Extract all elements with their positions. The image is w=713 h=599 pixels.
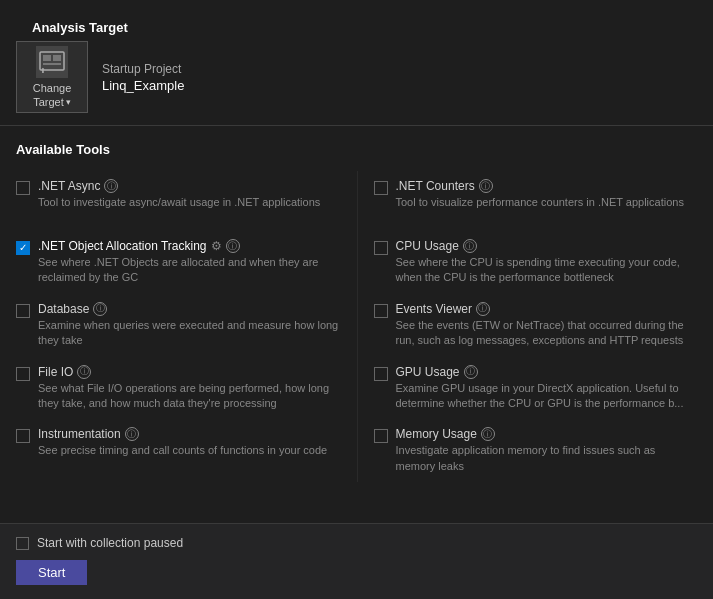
tool-database-name-row: Database ⓘ [38, 302, 345, 316]
tool-instrumentation: Instrumentation ⓘ See precise timing and… [16, 419, 357, 482]
tool-net-object-allocation-name-row: .NET Object Allocation Tracking ⚙ ⓘ [38, 239, 345, 253]
tool-net-object-allocation-gear-icon[interactable]: ⚙ [211, 239, 222, 253]
tool-cpu-usage-checkbox[interactable] [374, 241, 388, 255]
tool-net-async-desc: Tool to investigate async/await usage in… [38, 195, 345, 210]
tool-file-io-label: File IO [38, 365, 73, 379]
tool-instrumentation-desc: See precise timing and call counts of fu… [38, 443, 345, 458]
tool-memory-usage-desc: Investigate application memory to find i… [396, 443, 686, 474]
collection-paused-checkbox[interactable] [16, 537, 29, 550]
start-button[interactable]: Start [16, 560, 87, 585]
tool-gpu-usage: GPU Usage ⓘ Examine GPU usage in your Di… [357, 357, 698, 420]
tool-database-content: Database ⓘ Examine when queries were exe… [38, 302, 345, 349]
tool-net-counters-checkbox[interactable] [374, 181, 388, 195]
tool-cpu-usage-content: CPU Usage ⓘ See where the CPU is spendin… [396, 239, 686, 286]
change-target-label: Change [33, 82, 72, 94]
tool-net-counters-label: .NET Counters [396, 179, 475, 193]
tool-database-desc: Examine when queries were executed and m… [38, 318, 345, 349]
tool-memory-usage-checkbox[interactable] [374, 429, 388, 443]
available-tools-title: Available Tools [16, 134, 697, 163]
tool-net-counters-desc: Tool to visualize performance counters i… [396, 195, 686, 210]
tool-net-object-allocation-content: .NET Object Allocation Tracking ⚙ ⓘ See … [38, 239, 345, 286]
tool-events-viewer: Events Viewer ⓘ See the events (ETW or N… [357, 294, 698, 357]
tool-net-counters-name-row: .NET Counters ⓘ [396, 179, 686, 193]
tool-file-io: File IO ⓘ See what File I/O operations a… [16, 357, 357, 420]
tool-memory-usage-info-icon[interactable]: ⓘ [481, 427, 495, 441]
svg-text:⬆: ⬆ [40, 67, 46, 74]
available-tools-section: Available Tools .NET Async ⓘ Tool to inv… [0, 126, 713, 482]
tool-events-viewer-label: Events Viewer [396, 302, 472, 316]
tool-events-viewer-name-row: Events Viewer ⓘ [396, 302, 686, 316]
tool-database: Database ⓘ Examine when queries were exe… [16, 294, 357, 357]
tool-instrumentation-info-icon[interactable]: ⓘ [125, 427, 139, 441]
tool-database-checkbox[interactable] [16, 304, 30, 318]
tool-cpu-usage-label: CPU Usage [396, 239, 459, 253]
tool-instrumentation-name-row: Instrumentation ⓘ [38, 427, 345, 441]
tool-net-counters: .NET Counters ⓘ Tool to visualize perfor… [357, 171, 698, 231]
tool-events-viewer-info-icon[interactable]: ⓘ [476, 302, 490, 316]
page-container: Analysis Target ⬆ Change Target ▾ Startu… [0, 0, 713, 599]
tool-gpu-usage-name-row: GPU Usage ⓘ [396, 365, 686, 379]
tool-database-label: Database [38, 302, 89, 316]
change-target-button[interactable]: ⬆ Change Target ▾ [16, 41, 88, 113]
change-target-label2: Target ▾ [33, 96, 71, 108]
svg-rect-2 [53, 55, 61, 61]
collection-paused-label: Start with collection paused [37, 536, 183, 550]
tool-database-info-icon[interactable]: ⓘ [93, 302, 107, 316]
tool-gpu-usage-desc: Examine GPU usage in your DirectX applic… [396, 381, 686, 412]
tool-net-object-allocation-desc: See where .NET Objects are allocated and… [38, 255, 345, 286]
tool-net-async: .NET Async ⓘ Tool to investigate async/a… [16, 171, 357, 231]
tools-grid: .NET Async ⓘ Tool to investigate async/a… [16, 171, 697, 482]
target-type: Startup Project [102, 62, 184, 76]
tool-events-viewer-checkbox[interactable] [374, 304, 388, 318]
tool-memory-usage-content: Memory Usage ⓘ Investigate application m… [396, 427, 686, 474]
tool-net-object-allocation-checkbox[interactable] [16, 241, 30, 255]
svg-rect-1 [43, 55, 51, 61]
tool-net-counters-info-icon[interactable]: ⓘ [479, 179, 493, 193]
tool-cpu-usage-desc: See where the CPU is spending time execu… [396, 255, 686, 286]
tool-cpu-usage-info-icon[interactable]: ⓘ [463, 239, 477, 253]
bottom-section: Start with collection paused Start [0, 523, 713, 599]
tool-net-counters-content: .NET Counters ⓘ Tool to visualize perfor… [396, 179, 686, 210]
tool-events-viewer-content: Events Viewer ⓘ See the events (ETW or N… [396, 302, 686, 349]
tool-net-async-name-row: .NET Async ⓘ [38, 179, 345, 193]
tool-cpu-usage-name-row: CPU Usage ⓘ [396, 239, 686, 253]
target-info: Startup Project Linq_Example [102, 62, 184, 93]
tool-instrumentation-label: Instrumentation [38, 427, 121, 441]
tool-net-async-content: .NET Async ⓘ Tool to investigate async/a… [38, 179, 345, 210]
tool-memory-usage: Memory Usage ⓘ Investigate application m… [357, 419, 698, 482]
tool-gpu-usage-info-icon[interactable]: ⓘ [464, 365, 478, 379]
tool-file-io-info-icon[interactable]: ⓘ [77, 365, 91, 379]
analysis-target-section: Analysis Target ⬆ Change Target ▾ Startu… [0, 0, 713, 125]
tool-net-object-allocation-info-icon[interactable]: ⓘ [226, 239, 240, 253]
tool-net-object-allocation-label: .NET Object Allocation Tracking [38, 239, 207, 253]
collection-paused-row: Start with collection paused [16, 536, 697, 550]
tool-net-async-checkbox[interactable] [16, 181, 30, 195]
target-box: ⬆ Change Target ▾ Startup Project Linq_E… [16, 41, 697, 113]
tool-gpu-usage-content: GPU Usage ⓘ Examine GPU usage in your Di… [396, 365, 686, 412]
tool-net-object-allocation: .NET Object Allocation Tracking ⚙ ⓘ See … [16, 231, 357, 294]
tool-net-async-label: .NET Async [38, 179, 100, 193]
tool-file-io-content: File IO ⓘ See what File I/O operations a… [38, 365, 345, 412]
target-project-name: Linq_Example [102, 78, 184, 93]
tool-memory-usage-label: Memory Usage [396, 427, 477, 441]
tool-events-viewer-desc: See the events (ETW or NetTrace) that oc… [396, 318, 686, 349]
tool-file-io-checkbox[interactable] [16, 367, 30, 381]
tool-gpu-usage-checkbox[interactable] [374, 367, 388, 381]
tool-gpu-usage-label: GPU Usage [396, 365, 460, 379]
analysis-target-title: Analysis Target [16, 10, 697, 41]
tool-cpu-usage: CPU Usage ⓘ See where the CPU is spendin… [357, 231, 698, 294]
change-target-icon: ⬆ [36, 46, 68, 78]
svg-rect-3 [43, 63, 61, 65]
tool-memory-usage-name-row: Memory Usage ⓘ [396, 427, 686, 441]
tool-net-async-info-icon[interactable]: ⓘ [104, 179, 118, 193]
tool-instrumentation-content: Instrumentation ⓘ See precise timing and… [38, 427, 345, 458]
tool-instrumentation-checkbox[interactable] [16, 429, 30, 443]
tool-file-io-desc: See what File I/O operations are being p… [38, 381, 345, 412]
tool-file-io-name-row: File IO ⓘ [38, 365, 345, 379]
